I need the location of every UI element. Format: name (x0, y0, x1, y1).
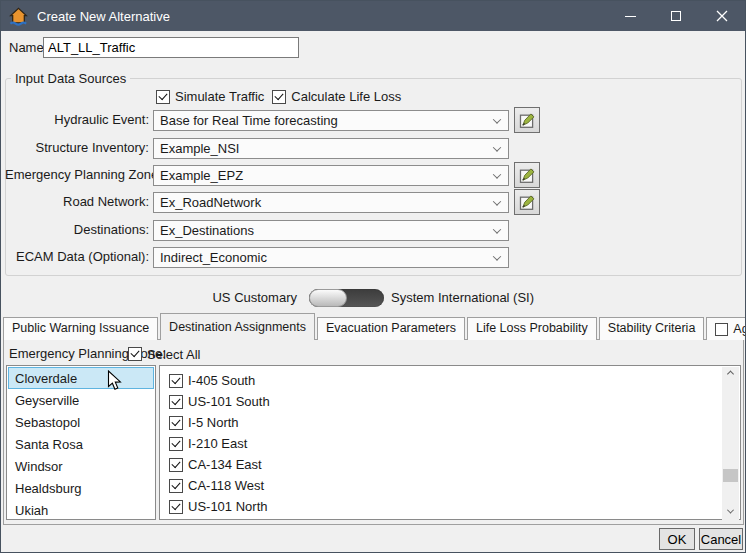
ecam-data-value: Indirect_Economic (160, 250, 494, 265)
road-network-row: Road Network: Ex_RoadNetwork (5, 192, 742, 212)
destination-checkbox[interactable] (169, 395, 183, 409)
cancel-button[interactable]: Cancel (699, 528, 743, 550)
mouse-cursor-icon (107, 370, 123, 392)
chevron-down-icon (727, 507, 734, 514)
chevron-down-icon (493, 225, 501, 233)
select-all-label: Select All (147, 347, 200, 362)
zone-item-windsor[interactable]: Windsor (8, 455, 154, 477)
destinations-label: Destinations: (5, 220, 149, 240)
destination-checkbox[interactable] (169, 458, 183, 472)
minimize-button[interactable] (607, 1, 653, 31)
road-network-label: Road Network: (5, 192, 149, 212)
zone-item-cloverdale[interactable]: Cloverdale (8, 367, 154, 389)
scroll-down-button[interactable] (722, 503, 739, 520)
zone-item-ukiah[interactable]: Ukiah (8, 499, 154, 521)
road-network-edit-button[interactable] (514, 189, 540, 215)
close-button[interactable] (699, 1, 745, 31)
maximize-button[interactable] (653, 1, 699, 31)
destination-item[interactable]: I-210 East (160, 433, 740, 454)
hydraulic-event-dropdown[interactable]: Base for Real Time forecasting (153, 110, 509, 131)
destination-checkbox[interactable] (169, 437, 183, 451)
calculate-life-loss-label: Calculate Life Loss (291, 89, 401, 104)
zone-item-santa-rosa[interactable]: Santa Rosa (8, 433, 154, 455)
ok-button[interactable]: OK (659, 528, 695, 550)
chevron-down-icon (493, 197, 501, 205)
scrollbar-thumb[interactable] (723, 469, 738, 482)
emergency-planning-zone-value: Example_EPZ (160, 168, 494, 183)
destination-checkbox[interactable] (169, 374, 183, 388)
destination-checkbox[interactable] (169, 416, 183, 430)
ecam-data-label: ECAM Data (Optional): (5, 247, 149, 267)
close-icon (716, 10, 728, 22)
destination-label: I-5 North (188, 415, 239, 430)
destination-label: I-210 East (188, 436, 247, 451)
zone-item-geyserville[interactable]: Geyserville (8, 389, 154, 411)
vertical-scrollbar[interactable] (722, 367, 739, 520)
edit-pencil-icon (519, 194, 536, 211)
tab-public-warning-issuance[interactable]: Public Warning Issuance (3, 317, 158, 340)
destination-item[interactable]: I-405 South (160, 370, 740, 391)
hydraulic-event-label: Hydraulic Event: (5, 110, 149, 130)
destinations-dropdown[interactable]: Ex_Destinations (153, 220, 509, 241)
simulation-checkboxes: Simulate Traffic Calculate Life Loss (156, 89, 409, 104)
destination-checkbox[interactable] (169, 479, 183, 493)
select-all-control: Select All (128, 344, 200, 364)
titlebar: Create New Alternative (1, 1, 745, 31)
name-label: Name: (9, 40, 47, 55)
input-data-sources-title: Input Data Sources (11, 71, 130, 86)
destination-item[interactable]: I-5 North (160, 412, 740, 433)
unit-toggle-knob[interactable] (309, 289, 347, 307)
destination-item[interactable]: US-101 South (160, 391, 740, 412)
destination-list: I-405 South US-101 South I-5 North I-210… (159, 365, 741, 520)
tab-agriculture[interactable]: Agriculture (706, 317, 746, 340)
simulate-traffic-label: Simulate Traffic (175, 89, 264, 104)
destination-checkbox[interactable] (169, 500, 183, 514)
tab-evacuation-parameters[interactable]: Evacuation Parameters (317, 317, 465, 340)
destination-label: US-101 South (188, 394, 270, 409)
tab-life-loss-probability[interactable]: Life Loss Probability (467, 317, 597, 340)
chevron-down-icon (493, 115, 501, 123)
ecam-data-dropdown[interactable]: Indirect_Economic (153, 247, 509, 268)
destination-item[interactable]: US-101 North (160, 496, 740, 517)
zone-item-healdsburg[interactable]: Healdsburg (8, 477, 154, 499)
scroll-up-button[interactable] (722, 367, 739, 384)
destination-label: CA-134 East (188, 457, 262, 472)
emergency-planning-zone-row: Emergency Planning Zone: Example_EPZ (5, 165, 742, 185)
emergency-planning-zone-edit-button[interactable] (514, 162, 540, 188)
chevron-down-icon (493, 252, 501, 260)
tab-destination-assignments[interactable]: Destination Assignments (160, 313, 315, 340)
unit-toggle[interactable] (309, 289, 384, 307)
destinations-value: Ex_Destinations (160, 223, 494, 238)
destination-item[interactable]: CA-134 East (160, 454, 740, 475)
emergency-planning-zone-dropdown[interactable]: Example_EPZ (153, 165, 509, 186)
tab-agriculture-label: Agriculture (733, 319, 746, 340)
unit-toggle-row: US Customary System International (SI) (1, 288, 745, 308)
agriculture-checkbox[interactable] (715, 323, 728, 336)
maximize-icon (671, 11, 681, 21)
calculate-life-loss-checkbox[interactable] (272, 90, 286, 104)
destination-label: US-101 North (188, 499, 267, 514)
ecam-data-row: ECAM Data (Optional): Indirect_Economic (5, 247, 742, 267)
structure-inventory-label: Structure Inventory: (5, 138, 149, 158)
destination-label: CA-118 West (188, 478, 264, 493)
tab-stability-criteria[interactable]: Stability Criteria (599, 317, 705, 340)
simulate-traffic-checkbox[interactable] (156, 90, 170, 104)
chevron-down-icon (493, 143, 501, 151)
chevron-up-icon (727, 371, 734, 378)
structure-inventory-dropdown[interactable]: Example_NSI (153, 138, 509, 159)
hydraulic-event-row: Hydraulic Event: Base for Real Time fore… (5, 110, 742, 130)
name-input[interactable] (43, 37, 299, 58)
chevron-down-icon (493, 170, 501, 178)
us-customary-label: US Customary (157, 288, 297, 308)
system-international-label: System International (SI) (391, 288, 534, 308)
destination-item[interactable]: CA-118 West (160, 475, 740, 496)
destinations-row: Destinations: Ex_Destinations (5, 220, 742, 240)
emergency-planning-zone-label: Emergency Planning Zone: (5, 165, 149, 185)
road-network-value: Ex_RoadNetwork (160, 195, 494, 210)
edit-pencil-icon (519, 112, 536, 129)
road-network-dropdown[interactable]: Ex_RoadNetwork (153, 192, 509, 213)
hydraulic-event-edit-button[interactable] (514, 107, 540, 133)
zone-item-sebastopol[interactable]: Sebastopol (8, 411, 154, 433)
select-all-checkbox[interactable] (128, 347, 142, 361)
create-new-alternative-dialog: Create New Alternative Name: Input Data … (0, 0, 746, 553)
